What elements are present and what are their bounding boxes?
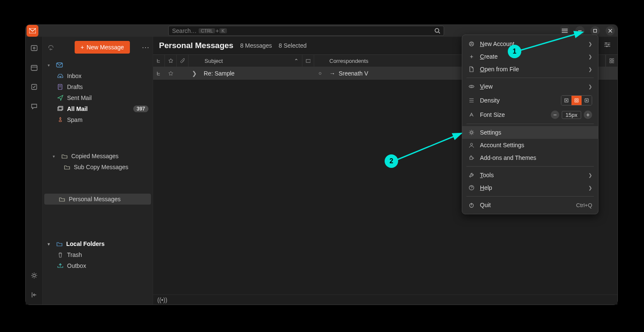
- svg-line-2: [439, 32, 440, 33]
- calendar-space-icon[interactable]: [30, 64, 38, 71]
- spam-icon: [57, 116, 64, 123]
- svg-point-47: [471, 189, 472, 189]
- tasks-space-icon[interactable]: [30, 83, 38, 91]
- plus-icon: +: [81, 44, 84, 51]
- mail-space-icon[interactable]: [30, 44, 38, 52]
- svg-rect-32: [612, 59, 614, 60]
- file-icon: [468, 66, 475, 73]
- folder-subcopy[interactable]: Sub Copy Messages: [43, 162, 153, 173]
- wrench-icon: [468, 172, 475, 178]
- svg-point-43: [576, 100, 577, 101]
- chevron-down-icon: ▾: [53, 154, 58, 159]
- density-default[interactable]: [571, 96, 582, 105]
- page-title: Personal Messages: [159, 41, 233, 50]
- folder-outbox[interactable]: Outbox: [43, 260, 153, 271]
- chevron-right-icon: ❯: [588, 84, 592, 89]
- menu-addons[interactable]: Add-ons and Themes: [462, 151, 598, 164]
- read-indicator: [319, 72, 321, 75]
- menu-tools[interactable]: Tools ❯: [462, 169, 598, 181]
- col-subject[interactable]: Subject ⌃: [189, 55, 302, 67]
- folder-trash[interactable]: Trash: [43, 249, 153, 260]
- online-indicator-icon[interactable]: ((•)): [157, 297, 167, 303]
- eye-icon: [468, 83, 475, 90]
- inbox-icon: [57, 73, 64, 79]
- font-increase-button[interactable]: +: [584, 111, 592, 119]
- folder-icon: [56, 240, 63, 247]
- svg-point-11: [33, 47, 35, 49]
- folder-sent[interactable]: Sent Mail: [43, 92, 153, 103]
- menu-quit[interactable]: Quit Ctrl+Q: [462, 199, 598, 211]
- thread-indicator: [153, 71, 165, 76]
- folder-spam[interactable]: Spam: [43, 114, 153, 125]
- svg-rect-12: [31, 65, 37, 70]
- annotation-arrow-2: [391, 131, 466, 165]
- svg-rect-30: [306, 59, 310, 62]
- menu-account-settings[interactable]: Account Settings: [462, 139, 598, 151]
- menu-open-file[interactable]: Open from File ❯: [462, 63, 598, 76]
- menu-view[interactable]: View ❯: [462, 80, 598, 93]
- col-thread[interactable]: [153, 55, 165, 67]
- sync-icon[interactable]: [47, 43, 54, 51]
- account-icon: [56, 62, 63, 68]
- expand-thread[interactable]: ❯: [189, 70, 200, 77]
- svg-line-51: [396, 133, 461, 160]
- chat-space-icon[interactable]: [30, 103, 38, 110]
- folder-personal[interactable]: Personal Messages: [44, 194, 151, 205]
- folder-copied[interactable]: ▾ Copied Messages: [43, 151, 153, 162]
- svg-point-44: [471, 132, 473, 134]
- menu-help[interactable]: Help ❯: [462, 181, 598, 194]
- direction-icon: →: [329, 70, 335, 77]
- app-menu: New Account ❯ + Create ❯ Open from File …: [462, 35, 598, 214]
- search-icon[interactable]: [434, 28, 440, 34]
- settings-space-icon[interactable]: [30, 272, 38, 279]
- annotation-2: 2: [385, 154, 398, 168]
- svg-rect-34: [612, 61, 614, 63]
- svg-rect-33: [610, 61, 612, 63]
- local-folders[interactable]: ▾ Local Folders: [43, 238, 153, 249]
- svg-point-45: [471, 143, 473, 146]
- help-icon: [468, 184, 475, 191]
- menu-density: Density: [462, 93, 598, 108]
- menu-settings[interactable]: Settings: [462, 126, 598, 139]
- col-star[interactable]: [165, 55, 177, 67]
- search-input[interactable]: Search… CTRL + K: [168, 26, 444, 36]
- col-attachment[interactable]: [177, 55, 189, 67]
- allmail-icon: [57, 105, 64, 112]
- svg-point-28: [608, 44, 609, 46]
- col-spam-indicator[interactable]: [302, 55, 314, 67]
- chevron-right-icon: ❯: [588, 173, 592, 178]
- app-icon: [27, 25, 38, 37]
- folder-icon: [61, 153, 68, 159]
- gear-icon: [468, 129, 475, 136]
- folder-inbox[interactable]: Inbox: [43, 70, 153, 81]
- close-button[interactable]: [606, 26, 615, 35]
- density-relaxed[interactable]: [582, 96, 592, 105]
- svg-rect-7: [594, 30, 597, 32]
- svg-line-50: [512, 32, 583, 53]
- power-icon: [468, 202, 475, 208]
- folder-icon: [59, 196, 65, 202]
- message-count: 8 Messages: [240, 42, 272, 49]
- account-settings-icon: [468, 142, 475, 148]
- new-message-button[interactable]: + New Message: [75, 41, 130, 54]
- folder-allmail[interactable]: All Mail 397: [43, 103, 153, 114]
- col-picker[interactable]: [606, 55, 617, 67]
- puzzle-icon: [468, 154, 475, 161]
- trash-icon: [57, 251, 64, 258]
- mail-icon: [29, 28, 36, 33]
- density-toggle[interactable]: [561, 95, 592, 105]
- collapse-icon[interactable]: [30, 291, 38, 299]
- font-decrease-button[interactable]: −: [551, 111, 559, 119]
- folder-pane: + New Message ⋯ ▾ Inbox Drafts: [43, 37, 153, 305]
- star-toggle[interactable]: [165, 71, 177, 76]
- spaces-toolbar: [26, 37, 43, 305]
- folder-pane-options[interactable]: ⋯: [142, 43, 149, 52]
- svg-rect-42: [575, 99, 578, 102]
- display-options-icon[interactable]: [604, 42, 612, 49]
- quit-shortcut: Ctrl+Q: [576, 202, 592, 208]
- folder-drafts[interactable]: Drafts: [43, 81, 153, 92]
- outbox-icon: [57, 262, 64, 269]
- density-compact[interactable]: [561, 96, 571, 105]
- account-row[interactable]: ▾: [43, 59, 153, 70]
- menu-font-size: Font Size − 15px +: [462, 108, 598, 121]
